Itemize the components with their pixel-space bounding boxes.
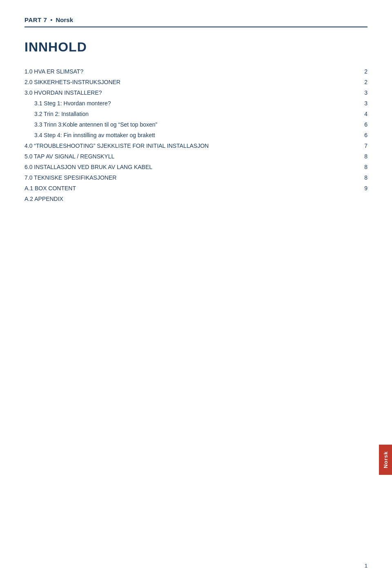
toc-label-3: 3.0 HVORDAN INSTALLERE? <box>24 89 102 96</box>
header-part: PART 7 <box>24 16 47 23</box>
toc-item-3.3: 3.3 Trinn 3:Koble antennen til og “Set t… <box>24 119 368 130</box>
toc-item-A1: A.1 BOX CONTENT9 <box>24 183 368 194</box>
toc-number-3.4: 6 <box>359 132 368 138</box>
toc-number-3.2: 4 <box>359 111 368 117</box>
toc-label-A2: A.2 APPENDIX <box>24 196 63 202</box>
header-bar: PART 7 • Norsk <box>24 16 368 27</box>
toc-item-5: 5.0 TAP AV SIGNAL / REGNSKYLL8 <box>24 151 368 162</box>
toc-label-7: 7.0 TEKNISKE SPESIFIKASJONER <box>24 174 116 181</box>
page-number: 1 <box>365 563 368 569</box>
toc-number-A1: 9 <box>359 185 368 191</box>
toc-number-4: 7 <box>359 142 368 149</box>
toc-number-3.3: 6 <box>359 121 368 128</box>
header-language: Norsk <box>56 16 74 23</box>
toc-item-3.1: 3.1 Steg 1: Hvordan montere?3 <box>24 98 368 109</box>
toc-item-3: 3.0 HVORDAN INSTALLERE?3 <box>24 87 368 98</box>
toc-label-4: 4.0 “TROUBLESHOOTING” SJEKKLISTE FOR INI… <box>24 142 209 149</box>
toc-item-6: 6.0 INSTALLASJON VED BRUK AV LANG KABEL8 <box>24 162 368 172</box>
toc-item-3.2: 3.2 Trin 2: Installation4 <box>24 109 368 119</box>
toc-label-6: 6.0 INSTALLASJON VED BRUK AV LANG KABEL <box>24 164 152 170</box>
toc-number-3: 3 <box>359 89 368 96</box>
toc-number-2: 2 <box>359 79 368 85</box>
toc-label-3.4: 3.4 Step 4: Fin innstilling av mottaker … <box>34 132 155 138</box>
toc-item-3.4: 3.4 Step 4: Fin innstilling av mottaker … <box>24 130 368 140</box>
toc-label-A1: A.1 BOX CONTENT <box>24 185 76 191</box>
toc-label-5: 5.0 TAP AV SIGNAL / REGNSKYLL <box>24 153 114 160</box>
toc-number-7: 8 <box>359 174 368 181</box>
toc-item-1: 1.0 HVA ER SLIMSAT?2 <box>24 66 368 77</box>
toc-label-3.3: 3.3 Trinn 3:Koble antennen til og “Set t… <box>34 121 157 128</box>
toc: 1.0 HVA ER SLIMSAT?22.0 SIKKERHETS-INSTR… <box>24 66 368 204</box>
page-title: INNHOLD <box>24 40 368 55</box>
toc-item-2: 2.0 SIKKERHETS-INSTRUKSJONER2 <box>24 77 368 87</box>
toc-number-3.1: 3 <box>359 100 368 107</box>
toc-label-2: 2.0 SIKKERHETS-INSTRUKSJONER <box>24 79 120 85</box>
header-bullet: • <box>50 16 52 23</box>
toc-number-5: 8 <box>359 153 368 160</box>
sidebar-tab: Norsk <box>379 445 392 475</box>
toc-number-1: 2 <box>359 68 368 75</box>
toc-item-7: 7.0 TEKNISKE SPESIFIKASJONER8 <box>24 172 368 183</box>
sidebar-tab-label: Norsk <box>383 451 389 468</box>
toc-number-6: 8 <box>359 164 368 170</box>
toc-item-A2: A.2 APPENDIX <box>24 194 368 204</box>
toc-label-1: 1.0 HVA ER SLIMSAT? <box>24 68 83 75</box>
toc-item-4: 4.0 “TROUBLESHOOTING” SJEKKLISTE FOR INI… <box>24 140 368 151</box>
toc-label-3.1: 3.1 Steg 1: Hvordan montere? <box>34 100 111 107</box>
toc-label-3.2: 3.2 Trin 2: Installation <box>34 111 89 117</box>
page-container: PART 7 • Norsk INNHOLD 1.0 HVA ER SLIMSA… <box>0 0 392 581</box>
